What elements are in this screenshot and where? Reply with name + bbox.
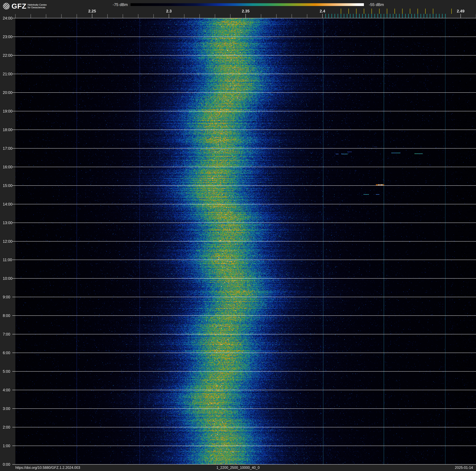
ble-channel-tick <box>414 14 415 18</box>
ble-channel-tick <box>430 14 430 18</box>
time-tick-label: 21:00 <box>3 72 17 76</box>
ble-channel-tick <box>365 14 366 18</box>
ble-channel-tick <box>384 14 384 18</box>
wifi-channel-tick <box>364 9 364 14</box>
time-tick-label: 7:00 <box>3 332 17 336</box>
time-tick-label: 16:00 <box>3 165 17 169</box>
time-tick-label: 12:00 <box>3 239 17 243</box>
freq-minor-tick <box>107 14 108 18</box>
wifi-channel-tick <box>433 9 433 14</box>
freq-major-tick <box>92 14 92 18</box>
ble-channel-tick <box>332 14 332 18</box>
time-tick-label: 11:00 <box>3 258 17 262</box>
ble-channel-tick <box>344 14 344 18</box>
time-tick-label: 22:00 <box>3 53 17 57</box>
wifi-channel-tick <box>379 9 380 14</box>
time-tick-label: 14:00 <box>3 202 17 206</box>
wifi-channel-tick <box>425 9 426 14</box>
freq-minor-tick <box>31 14 31 18</box>
freq-tick-label: 2.4 <box>312 9 333 14</box>
ble-channel-tick <box>399 14 400 18</box>
freq-tick-label: 2.3 <box>158 9 180 14</box>
spectrogram-page: GFZ Helmholtz Centre for Geosciences -75… <box>0 0 476 471</box>
freq-minor-tick <box>215 14 215 18</box>
ble-channel-tick <box>405 14 406 18</box>
time-tick-label: 15:00 <box>3 183 17 188</box>
freq-tick-label: 2.49 <box>450 9 471 14</box>
freq-minor-tick <box>138 14 138 18</box>
ble-channel-tick <box>424 14 424 18</box>
ble-channel-tick <box>350 14 350 18</box>
ble-channel-tick <box>393 14 393 18</box>
ble-channel-tick <box>353 14 354 18</box>
ble-channel-tick <box>421 14 421 18</box>
time-tick-label: 3:00 <box>3 407 17 411</box>
ble-channel-tick <box>439 14 440 18</box>
ble-channel-tick <box>442 14 442 18</box>
time-tick-label: 10:00 <box>3 276 17 280</box>
freq-tick-label: 2.25 <box>81 9 103 14</box>
freq-minor-tick <box>77 14 77 18</box>
ble-channel-tick <box>359 14 360 18</box>
wifi-channel-tick <box>372 9 372 14</box>
wifi-channel-tick <box>410 9 410 14</box>
ble-channel-tick <box>418 14 418 18</box>
freq-minor-tick <box>123 14 123 18</box>
wifi-channel-tick <box>341 9 341 14</box>
time-tick-label: 19:00 <box>3 109 17 113</box>
wifi-channel-tick <box>402 9 403 14</box>
wifi-channel-tick <box>418 9 418 14</box>
time-tick-label: 20:00 <box>3 91 17 94</box>
ble-channel-tick <box>387 14 387 18</box>
frequency-axis: 2.252.32.352.42.49 <box>0 0 476 18</box>
time-tick-label: 5:00 <box>3 369 17 373</box>
ble-channel-tick <box>436 14 436 18</box>
ble-channel-tick <box>402 14 403 18</box>
time-tick-label: 13:00 <box>3 221 17 225</box>
freq-minor-tick <box>261 14 261 18</box>
wifi-channel-tick <box>356 9 357 14</box>
freq-minor-tick <box>153 14 154 18</box>
freq-minor-tick <box>61 14 62 18</box>
time-tick-label: 4:00 <box>3 388 17 392</box>
ble-channel-tick <box>396 14 396 18</box>
ble-channel-tick <box>390 14 390 18</box>
ble-channel-tick <box>411 14 412 18</box>
dataset-name: 1_2200_2500_10000_40_0 <box>161 466 315 470</box>
time-tick-label: 17:00 <box>3 146 17 150</box>
ble-channel-tick <box>325 14 326 18</box>
ble-channel-tick <box>381 14 381 18</box>
wifi-channel-tick <box>451 9 452 14</box>
freq-major-tick <box>322 14 323 18</box>
date-label: 2025-01-14 <box>427 466 473 470</box>
time-tick-label: 8:00 <box>3 314 17 318</box>
ble-channel-tick <box>378 14 378 18</box>
freq-minor-tick <box>292 14 292 18</box>
ble-channel-tick <box>374 14 375 18</box>
doi-link[interactable]: https://doi.org/10.5880/GFZ.1.2.2024.003 <box>15 466 80 470</box>
wifi-channel-tick <box>348 9 349 14</box>
ble-channel-tick <box>427 14 427 18</box>
ble-channel-tick <box>433 14 433 18</box>
freq-major-tick <box>460 14 461 18</box>
spectrogram-heatmap <box>15 18 476 464</box>
time-tick-label: 18:00 <box>3 128 17 132</box>
ble-channel-tick <box>408 14 409 18</box>
ble-channel-tick <box>356 14 357 18</box>
ble-channel-tick <box>368 14 369 18</box>
freq-minor-tick <box>46 14 46 18</box>
time-tick-label: 9:00 <box>3 295 17 299</box>
freq-minor-tick <box>15 14 16 18</box>
wifi-channel-tick <box>394 9 395 14</box>
ble-channel-tick <box>445 14 446 18</box>
ble-channel-tick <box>335 14 335 18</box>
time-tick-label: 23:00 <box>3 35 17 39</box>
ble-channel-tick <box>338 14 338 18</box>
freq-minor-tick <box>307 14 307 18</box>
freq-tick-label: 2.35 <box>235 9 256 14</box>
freq-major-tick <box>169 14 169 18</box>
ble-channel-tick <box>328 14 329 18</box>
freq-minor-tick <box>184 14 184 18</box>
freq-minor-tick <box>230 14 230 18</box>
ble-channel-tick <box>372 14 372 18</box>
